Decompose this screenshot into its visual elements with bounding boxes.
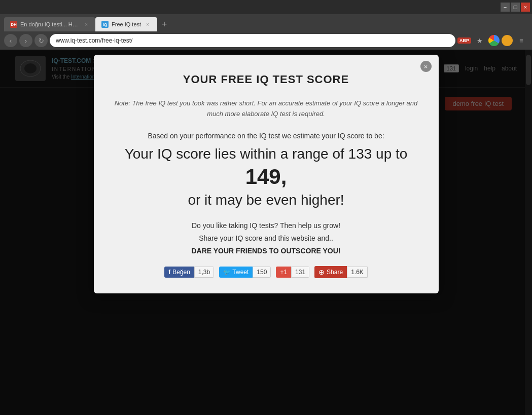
modal-social-text: Do you like taking IQ tests? Then help u… [114,219,418,258]
fb-like-count: 1,3b [194,267,214,278]
address-input[interactable] [50,34,455,47]
chrome-icon [488,35,500,46]
modal-close-button[interactable]: × [420,61,432,72]
maximize-button[interactable]: □ [511,3,520,12]
tab2-close[interactable]: × [144,21,151,28]
share-prompt-2: Share your IQ score and this website and… [114,232,418,245]
gplus-share-button[interactable]: +1 131 [276,267,309,278]
tab2-favicon: IQ [101,21,109,28]
share-prompt-1: Do you like taking IQ tests? Then help u… [114,219,418,232]
tab1-label: En doğru IQ testi... Herkes... [20,21,80,27]
title-bar-controls: − □ × [501,3,530,12]
tab-2[interactable]: IQ Free IQ test × [95,17,157,31]
forward-button[interactable]: › [19,34,32,47]
tab1-close[interactable]: × [83,21,89,28]
theme-icon [502,35,513,46]
modal-score-suffix: or it may be even higher! [188,192,344,208]
share-count: 1.6K [347,267,368,278]
modal-score-big: 149, [245,165,287,188]
gplus-count: 131 [291,267,309,278]
browser-chrome: − □ × DH En doğru IQ testi... Herkes... … [0,0,532,50]
fb-like-label: f Beğen [164,267,194,278]
close-window-button[interactable]: × [521,3,530,12]
share-label: ⊕ Share [314,266,347,278]
gplus-label: +1 [276,267,291,278]
modal-score: Your IQ score lies within a range of 133… [114,145,418,209]
tweet-label: 🐦 Tweet [219,267,253,278]
tab2-label: Free IQ test [112,21,141,27]
share-dare: DARE YOUR FRIENDS TO OUTSCORE YOU! [114,245,418,257]
new-tab-button[interactable]: + [157,17,171,31]
back-button[interactable]: ‹ [4,34,17,47]
modal-note: Note: The free IQ test you took was rath… [114,98,418,120]
reload-button[interactable]: ↻ [34,34,48,47]
facebook-like-button[interactable]: f Beğen 1,3b [164,267,214,278]
page-content: IQ-TEST.COM CERTIFIED BY THE INTERNATION… [0,50,532,415]
address-bar-row: ‹ › ↻ ABP ★ ≡ [0,31,532,50]
toolbar-icons: ABP ★ ≡ [457,34,528,47]
modal-score-prefix: Your IQ score lies within a range of 133… [125,146,408,162]
modal-estimate-text: Based on your performance on the IQ test… [114,132,418,140]
title-bar: − □ × [0,0,532,14]
tweet-count: 150 [253,267,271,278]
modal-overlay: × YOUR FREE IQ TEST SCORE Note: The free… [0,50,532,415]
tab1-favicon: DH [10,21,17,28]
tab-1[interactable]: DH En doğru IQ testi... Herkes... × [4,17,95,31]
minimize-button[interactable]: − [501,3,510,12]
social-buttons: f Beğen 1,3b 🐦 Tweet 150 +1 131 [114,266,418,278]
tabs-bar: DH En doğru IQ testi... Herkes... × IQ F… [0,14,532,31]
modal: × YOUR FREE IQ TEST SCORE Note: The free… [94,55,439,293]
star-icon[interactable]: ★ [473,34,486,47]
modal-title: YOUR FREE IQ TEST SCORE [114,73,418,86]
share-button[interactable]: ⊕ Share 1.6K [314,266,368,278]
menu-icon[interactable]: ≡ [515,34,528,47]
abp-badge[interactable]: ABP [457,37,471,44]
twitter-tweet-button[interactable]: 🐦 Tweet 150 [219,267,271,278]
